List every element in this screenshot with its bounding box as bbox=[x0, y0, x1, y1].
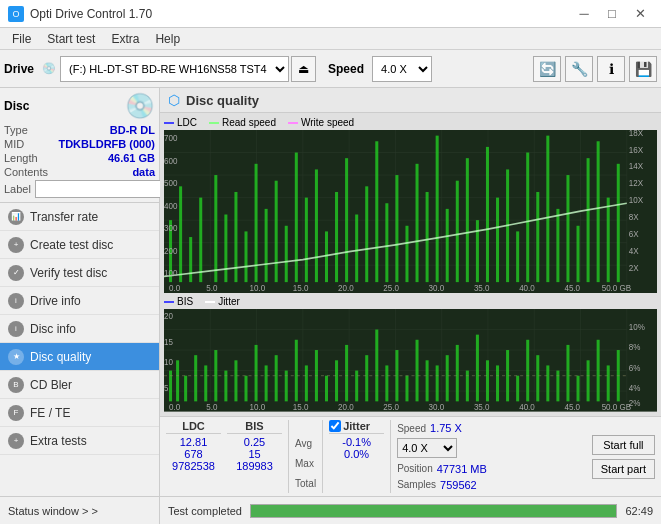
svg-rect-20 bbox=[199, 198, 202, 283]
eject-button[interactable]: ⏏ bbox=[291, 56, 316, 82]
svg-rect-144 bbox=[566, 345, 569, 401]
ldc-total: 9782538 bbox=[172, 460, 215, 472]
speed-stat-select[interactable]: 4.0 X bbox=[397, 438, 457, 458]
bis-avg: 0.25 bbox=[244, 436, 265, 448]
nav-item-cd-bler[interactable]: B CD Bler bbox=[0, 371, 159, 399]
legend-write-speed: Write speed bbox=[288, 117, 354, 128]
status-window[interactable]: Status window > > bbox=[0, 496, 159, 524]
svg-rect-124 bbox=[365, 356, 368, 402]
disc-section-title: Disc bbox=[4, 99, 29, 113]
stats-divider-2 bbox=[322, 420, 323, 493]
svg-rect-40 bbox=[405, 226, 408, 282]
svg-rect-140 bbox=[526, 340, 529, 402]
save-button[interactable]: 💾 bbox=[629, 56, 657, 82]
nav-item-extra-tests[interactable]: + Extra tests bbox=[0, 427, 159, 455]
svg-text:35.0: 35.0 bbox=[474, 283, 490, 294]
verify-test-disc-icon: ✓ bbox=[8, 265, 24, 281]
drive-select[interactable]: (F:) HL-DT-ST BD-RE WH16NS58 TST4 bbox=[60, 56, 289, 82]
start-full-button[interactable]: Start full bbox=[592, 435, 655, 455]
svg-rect-37 bbox=[375, 141, 378, 282]
nav-item-fe-te[interactable]: F FE / TE bbox=[0, 399, 159, 427]
disc-type-row: Type BD-R DL bbox=[4, 124, 155, 136]
disc-mid-row: MID TDKBLDRFB (000) bbox=[4, 138, 155, 150]
svg-rect-123 bbox=[355, 371, 358, 402]
nav-item-extra-tests-label: Extra tests bbox=[30, 434, 87, 448]
svg-text:25.0: 25.0 bbox=[383, 403, 399, 412]
nav-item-cd-bler-label: CD Bler bbox=[30, 378, 72, 392]
svg-rect-129 bbox=[416, 340, 419, 402]
nav-item-verify-test-disc[interactable]: ✓ Verify test disc bbox=[0, 259, 159, 287]
stats-row: LDC 12.81 678 9782538 BIS 0.25 15 189983… bbox=[160, 416, 661, 496]
svg-text:14X: 14X bbox=[629, 161, 644, 172]
app-icon: O bbox=[8, 6, 24, 22]
menu-start-test[interactable]: Start test bbox=[39, 30, 103, 48]
jitter-legend-dot bbox=[205, 301, 215, 303]
menu-help[interactable]: Help bbox=[147, 30, 188, 48]
minimize-button[interactable]: ─ bbox=[571, 4, 597, 24]
disc-icon: 💿 bbox=[125, 92, 155, 120]
svg-rect-105 bbox=[176, 361, 179, 402]
svg-rect-111 bbox=[234, 361, 237, 402]
svg-rect-22 bbox=[224, 215, 227, 283]
top-chart: 18X 16X 14X 12X 10X 8X 6X 4X 2X 700 600 … bbox=[164, 130, 657, 293]
svg-rect-39 bbox=[395, 175, 398, 282]
cd-bler-icon: B bbox=[8, 377, 24, 393]
nav-item-transfer-rate[interactable]: 📊 Transfer rate bbox=[0, 203, 159, 231]
svg-rect-131 bbox=[436, 366, 439, 402]
svg-rect-51 bbox=[516, 231, 519, 282]
menu-extra[interactable]: Extra bbox=[103, 30, 147, 48]
bis-total: 189983 bbox=[236, 460, 273, 472]
nav-item-transfer-rate-label: Transfer rate bbox=[30, 210, 98, 224]
toolbar: Drive 💿 (F:) HL-DT-ST BD-RE WH16NS58 TST… bbox=[0, 50, 661, 88]
svg-rect-89 bbox=[164, 309, 657, 412]
svg-text:18X: 18X bbox=[629, 130, 644, 138]
svg-rect-135 bbox=[476, 335, 479, 402]
svg-text:12X: 12X bbox=[629, 178, 644, 189]
svg-text:16X: 16X bbox=[629, 144, 644, 155]
info-button[interactable]: ℹ bbox=[597, 56, 625, 82]
progress-bar bbox=[251, 505, 616, 517]
jitter-total bbox=[355, 460, 358, 472]
menu-file[interactable]: File bbox=[4, 30, 39, 48]
svg-text:50.0 GB: 50.0 GB bbox=[602, 403, 631, 412]
position-value: 47731 MB bbox=[437, 463, 487, 475]
nav-item-disc-info[interactable]: i Disc info bbox=[0, 315, 159, 343]
disc-length-key: Length bbox=[4, 152, 38, 164]
jitter-checkbox[interactable] bbox=[329, 420, 341, 432]
settings-button[interactable]: 🔧 bbox=[565, 56, 593, 82]
nav-item-disc-info-label: Disc info bbox=[30, 322, 76, 336]
svg-text:0.0: 0.0 bbox=[169, 283, 180, 294]
svg-rect-146 bbox=[587, 361, 590, 402]
svg-rect-19 bbox=[189, 237, 192, 282]
refresh-button[interactable]: 🔄 bbox=[533, 56, 561, 82]
chart-icon: ⬡ bbox=[168, 92, 180, 108]
disc-label-input[interactable] bbox=[35, 180, 168, 198]
samples-row: Samples 759562 bbox=[397, 479, 487, 491]
svg-text:10.0: 10.0 bbox=[250, 283, 266, 294]
svg-rect-56 bbox=[566, 175, 569, 282]
jitter-header: Jitter bbox=[343, 420, 370, 432]
svg-text:15.0: 15.0 bbox=[293, 283, 309, 294]
disc-label-row: Label 🔍 bbox=[4, 180, 155, 198]
left-panel: Disc 💿 Type BD-R DL MID TDKBLDRFB (000) … bbox=[0, 88, 160, 524]
ldc-legend-label: LDC bbox=[177, 117, 197, 128]
speed-select[interactable]: 4.0 X bbox=[372, 56, 432, 82]
svg-rect-28 bbox=[285, 226, 288, 282]
bis-legend-dot bbox=[164, 301, 174, 303]
close-button[interactable]: ✕ bbox=[627, 4, 653, 24]
bottom-chart-svg: 10% 8% 6% 4% 2% 20 15 10 5 0.0 5.0 10.0 bbox=[164, 309, 657, 412]
nav-item-create-test-disc[interactable]: + Create test disc bbox=[0, 231, 159, 259]
svg-rect-59 bbox=[597, 141, 600, 282]
start-part-button[interactable]: Start part bbox=[592, 459, 655, 479]
bis-stats: BIS 0.25 15 189983 bbox=[227, 420, 282, 493]
nav-item-disc-quality[interactable]: ★ Disc quality bbox=[0, 343, 159, 371]
legend-bis: BIS bbox=[164, 296, 193, 307]
nav-item-drive-info[interactable]: i Drive info bbox=[0, 287, 159, 315]
svg-text:700: 700 bbox=[164, 133, 178, 144]
bis-max: 15 bbox=[248, 448, 260, 460]
svg-text:40.0: 40.0 bbox=[519, 403, 535, 412]
chart-title: Disc quality bbox=[186, 93, 259, 108]
maximize-button[interactable]: □ bbox=[599, 4, 625, 24]
svg-rect-108 bbox=[204, 366, 207, 402]
svg-text:0.0: 0.0 bbox=[169, 403, 181, 412]
